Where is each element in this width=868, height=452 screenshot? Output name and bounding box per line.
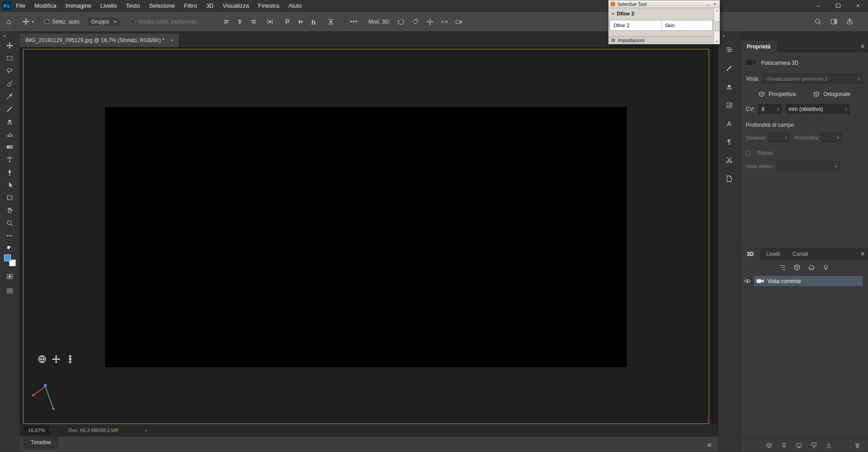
current-tool-preset[interactable]: ▾	[22, 18, 34, 25]
brush-settings-panel-icon[interactable]	[725, 64, 733, 72]
auto-select-target-dropdown[interactable]: Gruppo ▾	[87, 17, 120, 27]
timeline-tab[interactable]: Timeline	[24, 437, 58, 449]
scroll-down-icon[interactable]: ▼	[715, 40, 718, 43]
menu-livello[interactable]: Livello	[95, 0, 121, 11]
clone-source-panel-icon[interactable]	[725, 83, 733, 91]
close-tab-icon[interactable]: ×	[170, 37, 174, 44]
tab-proprieta[interactable]: Proprietà	[740, 41, 777, 53]
close-button[interactable]: ×	[848, 0, 868, 11]
distribute-vertical-icon[interactable]	[327, 18, 334, 25]
timeline-menu-icon[interactable]: ≡	[707, 441, 711, 448]
new-light-icon[interactable]	[781, 442, 787, 449]
tab-3d[interactable]: 3D	[740, 248, 760, 260]
screen-mode-button[interactable]	[3, 284, 17, 297]
dolly-3d-icon[interactable]	[455, 18, 463, 26]
path-selection-tool[interactable]	[3, 178, 17, 191]
foreground-color-swatch[interactable]	[4, 255, 11, 261]
menu-finestra[interactable]: Finestra	[253, 0, 284, 11]
view-select[interactable]: Visualizzazione personale 2 ▾	[763, 74, 863, 83]
document-tab[interactable]: IMG_20191129_095129.jpg @ 16,7% (Sfondo,…	[20, 34, 179, 47]
roll-3d-icon[interactable]	[411, 18, 420, 26]
menu-aiuto[interactable]: Aiuto	[284, 0, 306, 11]
expand-toolbar-icon[interactable]: »	[0, 32, 6, 39]
distribute-horizontal-icon[interactable]	[267, 18, 274, 25]
pan-3d-icon[interactable]	[426, 18, 434, 26]
status-options-chevron[interactable]: ›	[145, 427, 147, 433]
selective-tool-titlebar[interactable]: Selective Tool – ×	[609, 0, 720, 8]
scissors-panel-icon[interactable]	[725, 156, 733, 164]
zoom-level-field[interactable]: 16,67%	[24, 426, 49, 434]
workspace-switcher-icon[interactable]	[830, 18, 838, 25]
eyedropper-tool[interactable]	[3, 90, 17, 102]
visibility-toggle[interactable]	[740, 277, 754, 285]
globe-3d-icon[interactable]	[37, 354, 47, 364]
filter-material-icon[interactable]	[808, 264, 815, 271]
zoom-tool[interactable]	[3, 216, 17, 229]
orbit-3d-icon[interactable]	[397, 18, 405, 26]
tool-presets-panel-icon[interactable]	[725, 101, 733, 109]
search-icon[interactable]	[814, 18, 822, 25]
panel-scrollbar[interactable]: ▲ ▼	[714, 8, 720, 44]
hand-tool[interactable]	[3, 204, 17, 216]
dfine2-button[interactable]: Dfine 2	[610, 20, 661, 30]
stereo-checkbox[interactable]	[746, 151, 751, 156]
render-screen-icon[interactable]	[796, 442, 802, 449]
import-box-icon[interactable]	[811, 442, 817, 449]
dolly-camera-icon[interactable]	[65, 354, 75, 364]
scroll-up-icon[interactable]: ▲	[715, 9, 718, 12]
menu-visualizza[interactable]: Visualizza	[218, 0, 253, 11]
auto-select-checkbox[interactable]	[44, 19, 49, 24]
settings-row[interactable]: Impostazioni	[609, 36, 714, 44]
align-center-horizontal-icon[interactable]	[236, 18, 243, 25]
fov-value-field[interactable]: 8 ▾	[758, 104, 782, 114]
clone-stamp-tool[interactable]	[3, 115, 17, 128]
panel-menu-icon[interactable]: ≡	[861, 250, 864, 257]
lens-select[interactable]: mm (obiettivo) ▾	[786, 104, 850, 114]
align-left-icon[interactable]	[223, 18, 230, 25]
lasso-tool[interactable]	[3, 64, 17, 77]
dfine-section-header[interactable]: ▼ Dfine 2	[609, 8, 714, 16]
edit-toolbar-button[interactable]: •••	[3, 229, 17, 242]
panel-minimize-button[interactable]: –	[705, 2, 711, 7]
download-icon[interactable]	[825, 442, 832, 449]
gradient-tool[interactable]	[3, 140, 17, 153]
notes-panel-icon[interactable]	[725, 175, 733, 183]
filter-scene-icon[interactable]	[779, 264, 786, 271]
tab-livelli[interactable]: Livelli	[760, 248, 786, 260]
menu-modifica[interactable]: Modifica	[30, 0, 61, 11]
menu-filtro[interactable]: Filtro	[180, 0, 202, 11]
align-right-icon[interactable]	[249, 18, 257, 25]
marquee-tool[interactable]	[3, 52, 17, 64]
slide-3d-icon[interactable]	[440, 18, 448, 26]
skin-button[interactable]: Skin	[661, 20, 713, 30]
filter-light-icon[interactable]	[822, 264, 830, 271]
home-icon[interactable]: ⌂	[6, 17, 11, 26]
distance-field[interactable]: ▾	[769, 133, 790, 142]
eraser-tool[interactable]	[3, 128, 17, 140]
quick-mask-button[interactable]	[3, 270, 17, 283]
document-canvas[interactable]	[20, 47, 718, 424]
stereo-view-select[interactable]: ▾	[777, 161, 840, 171]
restore-button[interactable]	[828, 0, 848, 11]
filter-mesh-icon[interactable]	[793, 264, 801, 271]
adjustments-panel-icon[interactable]	[725, 46, 733, 53]
menu-immagine[interactable]: Immagine	[61, 0, 95, 11]
show-transform-checkbox[interactable]	[130, 19, 135, 24]
menu-testo[interactable]: Testo	[121, 0, 144, 11]
panel-close-button[interactable]: ×	[711, 2, 718, 7]
panel-menu-icon[interactable]: ≡	[861, 43, 864, 50]
menu-3d[interactable]: 3D	[201, 0, 218, 11]
tab-canali[interactable]: Canali	[786, 248, 814, 260]
orthographic-button[interactable]: Ortogonale	[813, 91, 850, 98]
depth-field[interactable]: ▾	[821, 133, 842, 142]
pen-tool[interactable]	[3, 166, 17, 178]
pan-camera-icon[interactable]	[51, 354, 61, 364]
menu-selezione[interactable]: Selezione	[144, 0, 179, 11]
minimize-button[interactable]: –	[808, 0, 828, 11]
align-bottom-icon[interactable]	[310, 18, 317, 25]
trash-icon[interactable]	[854, 442, 861, 449]
scrollbar-thumb[interactable]	[715, 21, 719, 31]
align-middle-vertical-icon[interactable]	[297, 18, 304, 25]
share-icon[interactable]	[846, 18, 854, 25]
color-swatches[interactable]	[4, 255, 16, 266]
